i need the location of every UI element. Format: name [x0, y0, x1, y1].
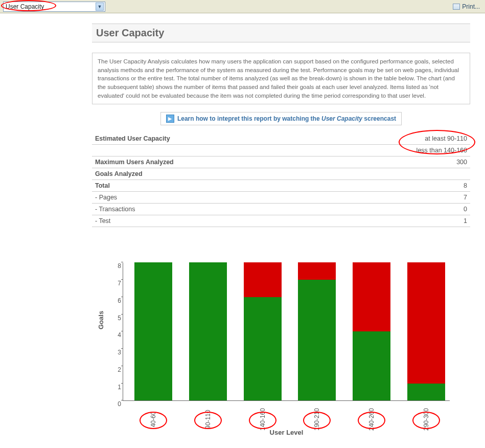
chevron-down-icon: ▼ [96, 3, 104, 11]
screencast-prefix: Learn how to intepret this report by wat… [177, 115, 321, 122]
summary-row: - Test1 [92, 215, 470, 227]
chart-xlabel: User Level [123, 429, 450, 436]
chart-bar-passed [407, 384, 445, 401]
chart-bar-passed [189, 262, 227, 400]
chart-ytick: 4 [110, 331, 121, 339]
chart-ytick: 2 [110, 366, 121, 373]
summary-label: Total [92, 180, 318, 192]
page-title: User Capacity [92, 24, 470, 42]
summary-value: at least 90-110 [318, 133, 470, 145]
summary-row: Goals Analyzed [92, 168, 470, 180]
chart-ytick: 0 [110, 400, 121, 408]
summary-label [92, 145, 318, 156]
chart-ytick: 3 [110, 349, 121, 356]
summary-value: 0 [318, 204, 470, 215]
summary-value: 7 [318, 192, 470, 204]
summary-value: 1 [318, 215, 470, 227]
chart-bar-passed [298, 280, 336, 400]
summary-table: Estimated User Capacityat least 90-110le… [92, 133, 470, 227]
summary-label: Maximum Users Analyzed [92, 156, 318, 168]
chart-bar-failed [353, 262, 390, 331]
summary-row: less than 140-160 [92, 145, 470, 156]
print-button[interactable]: Print... [453, 3, 480, 10]
summary-label: Estimated User Capacity [92, 133, 318, 145]
summary-row: Maximum Users Analyzed300 [92, 156, 470, 168]
chart-ytick: 7 [110, 280, 121, 287]
summary-row: - Transactions0 [92, 204, 470, 215]
summary-value: 8 [318, 180, 470, 192]
screencast-link[interactable]: ▶ Learn how to intepret this report by w… [160, 112, 402, 125]
chart-xtick: 240-260 [368, 408, 375, 431]
summary-row: - Pages7 [92, 192, 470, 204]
chart-plot-area: User Level 01234567840-6090-110140-16019… [123, 263, 450, 401]
dropdown-selected-text: User Capacity [6, 3, 44, 10]
chart-xtick: 190-210 [313, 408, 320, 431]
chart-ytick: 8 [110, 262, 121, 270]
chart-bar-failed [244, 262, 282, 297]
chart-bar-failed [298, 262, 336, 280]
chart-xtick: 140-160 [259, 408, 266, 431]
chart-xtick: 290-300 [423, 408, 430, 431]
screencast-suffix: screencast [362, 115, 396, 122]
screencast-name: User Capacity [321, 115, 362, 122]
report-content: User Capacity The User Capacity Analysis… [92, 13, 470, 442]
printer-icon [453, 4, 460, 10]
chart-ytick: 1 [110, 384, 121, 391]
summary-value: 300 [318, 156, 470, 168]
chart-xtick: 40-60 [150, 412, 157, 428]
toolbar: User Capacity ▼ Print... [0, 0, 485, 13]
chart-bar-passed [134, 262, 172, 400]
chart-xtick: 90-110 [204, 410, 212, 429]
play-icon: ▶ [166, 115, 174, 123]
chart-bar-failed [407, 262, 445, 383]
goals-chart: Goals User Level 01234567840-6090-110140… [92, 258, 470, 442]
summary-label: - Transactions [92, 204, 318, 215]
print-label: Print... [462, 3, 480, 10]
summary-row: Total8 [92, 180, 470, 192]
summary-value [318, 168, 470, 180]
report-description: The User Capacity Analysis calculates ho… [92, 53, 470, 104]
chart-ytick: 6 [110, 297, 121, 304]
summary-label: Goals Analyzed [92, 168, 318, 180]
chart-ylabel: Goals [97, 311, 105, 329]
summary-value: less than 140-160 [318, 145, 470, 156]
chart-bar-passed [244, 297, 282, 401]
chart-bar-passed [353, 331, 390, 400]
report-selector-dropdown[interactable]: User Capacity ▼ [3, 2, 105, 12]
summary-row: Estimated User Capacityat least 90-110 [92, 133, 470, 145]
summary-label: - Test [92, 215, 318, 227]
summary-label: - Pages [92, 192, 318, 204]
chart-ytick: 5 [110, 315, 121, 322]
